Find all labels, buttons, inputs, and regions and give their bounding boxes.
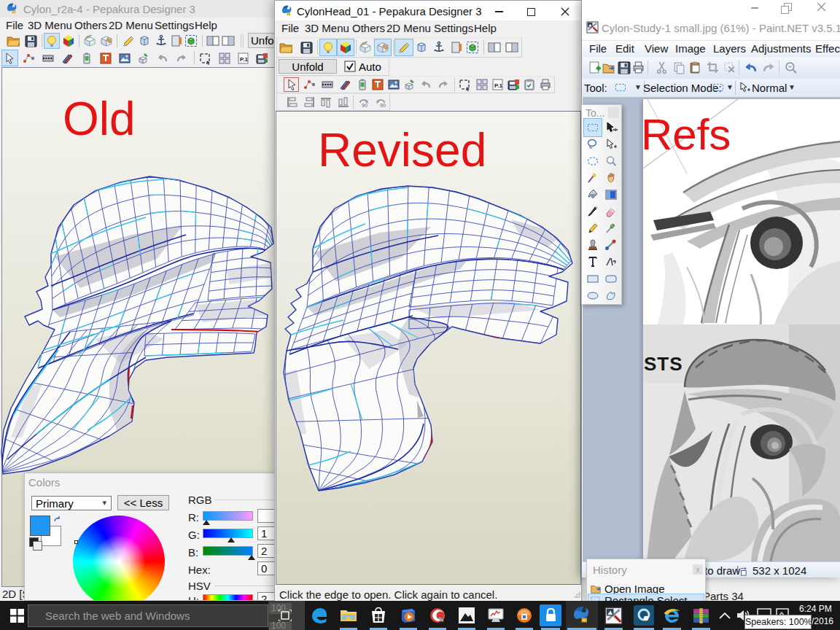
svg-text:STS: STS [644,353,683,375]
